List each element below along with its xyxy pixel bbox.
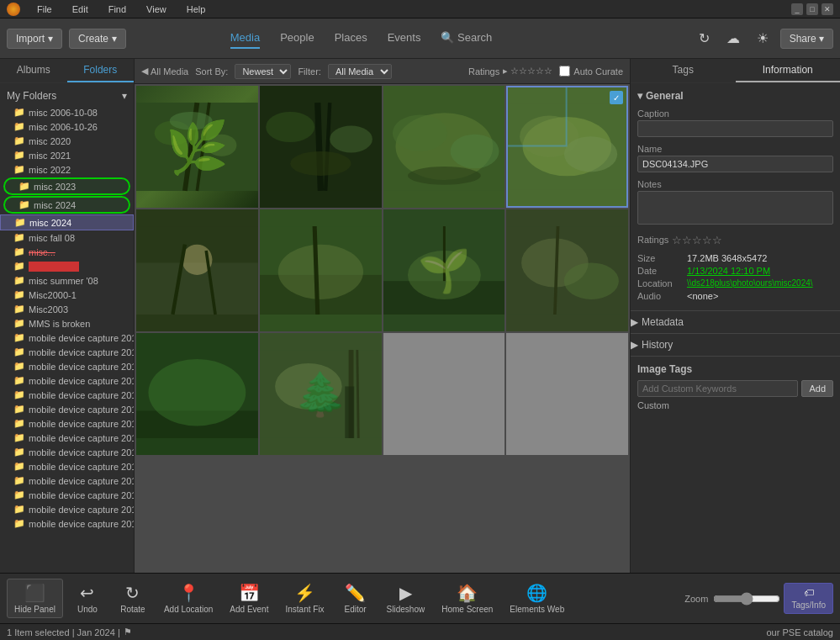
elements-web-tool[interactable]: 🌐 Elements Web (503, 579, 571, 617)
folder-item[interactable]: 📁 mobile device capture 2012. (0, 331, 134, 345)
folder-item[interactable]: 📁 mobile device capture 2012. (0, 345, 134, 359)
back-icon: ◀ (141, 66, 148, 77)
folder-item[interactable]: 📁 mobile device capture 2013. (0, 416, 134, 431)
sidebar-tab-folders[interactable]: Folders (67, 59, 135, 82)
editor-tool[interactable]: ✏️ Editor (335, 579, 377, 617)
menu-find[interactable]: Find (105, 3, 129, 16)
notes-textarea[interactable] (637, 191, 833, 225)
tab-tags[interactable]: Tags (631, 59, 736, 82)
folder-item[interactable]: 📁 misc 2022 (0, 162, 134, 177)
photo-cell[interactable] (260, 86, 382, 208)
auto-curate[interactable]: Auto Curate (559, 66, 623, 77)
photo-cell[interactable] (506, 209, 628, 331)
history-section[interactable]: ▶ History (631, 333, 840, 356)
general-section-header[interactable]: ▾ General (637, 90, 833, 102)
app-icon (7, 3, 20, 16)
folder-item[interactable]: 📁 misc 2021 (0, 148, 134, 162)
slideshow-tool[interactable]: ▶ Slideshow (380, 579, 432, 617)
caption-input[interactable] (637, 120, 833, 137)
folder-item[interactable]: 📁 Misc2003 (0, 302, 134, 316)
folder-item[interactable]: 📁 mobile device capture 2014. (0, 431, 134, 445)
menu-edit[interactable]: Edit (69, 3, 92, 16)
folder-item-misc-2024-selected[interactable]: 📁 misc 2024 (0, 214, 134, 230)
auto-curate-checkbox[interactable] (559, 66, 570, 77)
menu-view[interactable]: View (143, 3, 170, 16)
folder-icon: 📁 (13, 246, 25, 257)
folder-item[interactable]: 📁 misc fall 08 (0, 230, 134, 245)
sidebar-tab-albums[interactable]: Albums (0, 59, 67, 82)
folder-item[interactable]: 📁 mobile device capture 2012. (0, 373, 134, 388)
date-label: Date (637, 266, 684, 276)
folder-item[interactable]: 📁 mobile device capture 2015. (0, 502, 134, 516)
tab-media[interactable]: Media (230, 28, 260, 49)
photo-cell[interactable] (260, 209, 382, 331)
create-button[interactable]: Create ▾ (69, 29, 126, 49)
folder-item[interactable]: 📁 MMS is broken (0, 316, 134, 331)
refresh-button[interactable]: ↻ (694, 29, 715, 48)
folder-item[interactable]: 📁 mobile device capture 2015. (0, 516, 134, 531)
folder-item[interactable]: 📁 misc 2006-10-08 (0, 105, 134, 119)
maximize-button[interactable]: □ (806, 3, 818, 15)
photo-cell[interactable] (136, 209, 258, 331)
home-screen-tool[interactable]: 🏠 Home Screen (435, 579, 499, 617)
sidebar-section-header[interactable]: My Folders ▾ (0, 87, 134, 105)
tag-input[interactable] (637, 380, 798, 397)
photo-cell[interactable] (383, 86, 505, 208)
undo-tool[interactable]: ↩ Undo (66, 579, 108, 617)
metadata-section[interactable]: ▶ Metadata (631, 310, 840, 333)
photo-cell[interactable] (136, 333, 258, 455)
folder-item[interactable]: 📁 mobile device capture 2012. (0, 359, 134, 373)
folder-item-misc-2023[interactable]: 📁 misc 2023 (3, 177, 130, 195)
folder-item-strikethrough-1[interactable]: 📁 misc... (0, 245, 134, 259)
cloud-button[interactable]: ☁ (721, 29, 745, 48)
folder-item[interactable]: 📁 mobile device capture 2015. (0, 488, 134, 502)
instant-fix-tool[interactable]: ⚡ Instant Fix (278, 579, 330, 617)
folder-item[interactable]: 📁 mobile device capture 2013. (0, 388, 134, 402)
folder-item[interactable]: 📁 misc 2006-10-26 (0, 119, 134, 134)
tab-events[interactable]: Events (388, 28, 421, 49)
tab-places[interactable]: Places (335, 28, 367, 49)
folder-icon: 📁 (13, 261, 25, 272)
folder-item[interactable]: 📁 misc 2020 (0, 134, 134, 148)
add-event-tool[interactable]: 📅 Add Event (223, 579, 275, 617)
hide-panel-tool[interactable]: ⬛ Hide Panel (7, 579, 63, 618)
folder-item[interactable]: 📁 mobile device capture 2013. (0, 402, 134, 416)
tab-people[interactable]: People (280, 28, 314, 49)
sun-button[interactable]: ☀ (752, 29, 774, 48)
share-button[interactable]: Share ▾ (780, 29, 833, 49)
close-button[interactable]: ✕ (822, 3, 833, 15)
folder-item[interactable]: 📁 misc summer '08 (0, 273, 134, 288)
sidebar: Albums Folders My Folders ▾ 📁 misc 2006-… (0, 59, 135, 573)
tab-information[interactable]: Information (736, 59, 841, 82)
photo-cell-selected[interactable]: ✓ (506, 86, 628, 208)
folder-item[interactable]: 📁 mobile device capture 2015. (0, 459, 134, 473)
rotate-tool[interactable]: ↻ Rotate (112, 579, 154, 617)
name-label: Name (637, 144, 833, 154)
photo-cell[interactable] (383, 209, 505, 331)
folder-item-misc-2024-annotated[interactable]: 📁 misc 2024 (3, 196, 130, 214)
right-panel: Tags Information ▾ General Caption Name … (630, 59, 840, 573)
folder-icon: 📁 (13, 150, 25, 161)
folder-item[interactable]: 📁 Misc2000-1 (0, 288, 134, 302)
sort-select[interactable]: Newest Oldest (235, 64, 291, 79)
folder-item[interactable]: 📁 mobile device capture 2015. (0, 473, 134, 488)
filter-select[interactable]: All Media Photos Videos (328, 64, 392, 79)
audio-row: Audio <none> (637, 291, 833, 301)
zoom-slider[interactable] (713, 592, 780, 606)
photo-cell[interactable] (260, 333, 382, 455)
svg-point-15 (450, 135, 499, 169)
folder-item-strikethrough-2[interactable]: 📁 (0, 259, 134, 273)
minimize-button[interactable]: _ (791, 3, 803, 15)
toolbar-right: ↻ ☁ ☀ Share ▾ (694, 29, 833, 49)
menu-help[interactable]: Help (183, 3, 209, 16)
tags-info-button[interactable]: 🏷 Tags/Info (784, 583, 833, 614)
back-button[interactable]: ◀ All Media (141, 66, 188, 77)
star-rating[interactable]: ☆☆☆☆☆ (672, 234, 722, 246)
add-tag-button[interactable]: Add (801, 380, 833, 397)
import-button[interactable]: Import ▾ (7, 29, 62, 49)
menu-file[interactable]: File (34, 3, 55, 16)
folder-item[interactable]: 📁 mobile device capture 2015. (0, 445, 134, 459)
add-location-tool[interactable]: 📍 Add Location (157, 579, 219, 617)
tab-search[interactable]: 🔍 Search (441, 28, 492, 49)
photo-cell[interactable] (136, 86, 258, 208)
